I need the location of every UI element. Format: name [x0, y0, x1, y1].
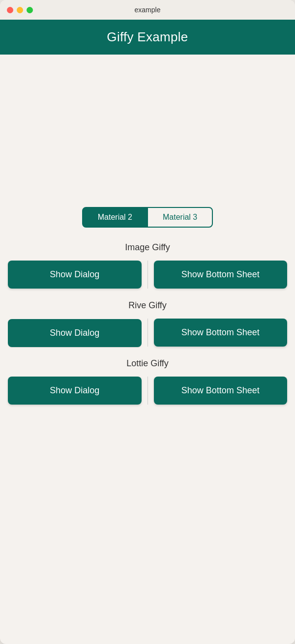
lottie-giffy-divider: [148, 377, 148, 405]
traffic-lights: [7, 7, 33, 13]
image-giffy-title: Image Giffy: [8, 242, 287, 253]
rive-giffy-title: Rive Giffy: [8, 300, 287, 311]
image-giffy-buttons: Show Dialog Show Bottom Sheet: [8, 261, 287, 289]
minimize-icon[interactable]: [17, 7, 23, 13]
image-giffy-show-dialog-button[interactable]: Show Dialog: [8, 261, 142, 289]
rive-giffy-show-dialog-button[interactable]: Show Dialog: [8, 319, 142, 347]
image-giffy-divider: [148, 261, 148, 289]
image-giffy-dialog-wrapper: Show Dialog: [8, 261, 142, 289]
app-header: Giffy Example: [0, 20, 295, 55]
image-giffy-section: Image Giffy Show Dialog Show Bottom Shee…: [8, 242, 287, 289]
tabs-container: Material 2 Material 3: [82, 207, 213, 228]
maximize-icon[interactable]: [27, 7, 33, 13]
rive-giffy-divider: [148, 319, 148, 347]
app-title: Giffy Example: [8, 29, 287, 45]
app-window: example Giffy Example Material 2 Materia…: [0, 0, 295, 644]
app-body: Material 2 Material 3 Image Giffy Show D…: [0, 55, 295, 405]
rive-giffy-dialog-wrapper: Show Dialog: [8, 319, 142, 347]
spacer: [8, 55, 287, 207]
tab-material3[interactable]: Material 3: [148, 207, 213, 228]
lottie-giffy-title: Lottie Giffy: [8, 358, 287, 369]
rive-giffy-bottomsheet-wrapper: Show Bottom Sheet: [154, 319, 288, 347]
rive-giffy-buttons: Show Dialog Show Bottom Sheet: [8, 319, 287, 347]
lottie-giffy-section: Lottie Giffy Show Dialog Show Bottom She…: [8, 358, 287, 405]
lottie-giffy-buttons: Show Dialog Show Bottom Sheet: [8, 377, 287, 405]
title-bar: example: [0, 0, 295, 20]
image-giffy-bottomsheet-wrapper: Show Bottom Sheet: [154, 261, 288, 289]
lottie-giffy-bottomsheet-wrapper: Show Bottom Sheet: [154, 377, 288, 405]
rive-giffy-section: Rive Giffy Show Dialog Show Bottom Sheet: [8, 300, 287, 347]
image-giffy-show-bottom-sheet-button[interactable]: Show Bottom Sheet: [154, 261, 288, 289]
tab-material2[interactable]: Material 2: [82, 207, 148, 228]
lottie-giffy-show-bottom-sheet-button[interactable]: Show Bottom Sheet: [154, 377, 288, 405]
rive-giffy-show-bottom-sheet-button[interactable]: Show Bottom Sheet: [154, 319, 288, 347]
lottie-giffy-show-dialog-button[interactable]: Show Dialog: [8, 377, 142, 405]
lottie-giffy-dialog-wrapper: Show Dialog: [8, 377, 142, 405]
window-title: example: [135, 6, 161, 14]
close-icon[interactable]: [7, 7, 13, 13]
